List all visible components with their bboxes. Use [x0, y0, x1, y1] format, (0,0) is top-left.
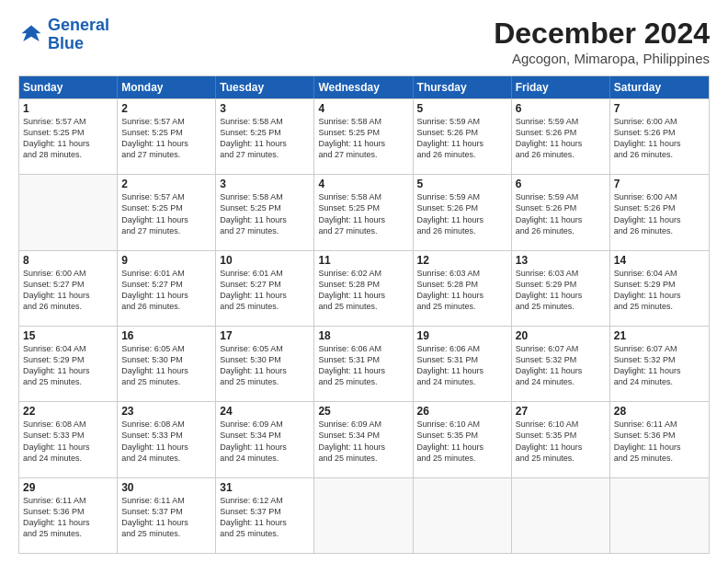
calendar-cell: 19Sunrise: 6:06 AM Sunset: 5:31 PM Dayli… [414, 327, 512, 401]
day-number: 20 [516, 329, 606, 342]
day-details: Sunrise: 6:07 AM Sunset: 5:32 PM Dayligh… [614, 343, 705, 388]
header-wednesday: Wednesday [314, 76, 413, 98]
title-block: December 2024 Agcogon, Mimaropa, Philipp… [494, 17, 710, 66]
day-number: 1 [23, 102, 113, 115]
day-number: 2 [121, 102, 211, 115]
calendar-cell: 4Sunrise: 5:58 AM Sunset: 5:25 PM Daylig… [314, 175, 413, 249]
header: General Blue December 2024 Agcogon, Mima… [18, 17, 710, 66]
day-number: 23 [121, 405, 211, 418]
page: General Blue December 2024 Agcogon, Mima… [0, 0, 728, 563]
header-friday: Friday [512, 76, 610, 98]
day-number: 14 [614, 254, 705, 267]
day-number: 27 [516, 405, 606, 418]
day-details: Sunrise: 5:57 AM Sunset: 5:25 PM Dayligh… [121, 116, 211, 161]
day-details: Sunrise: 6:11 AM Sunset: 5:36 PM Dayligh… [23, 495, 113, 540]
calendar-cell [414, 478, 512, 553]
calendar-cell: 15Sunrise: 6:04 AM Sunset: 5:29 PM Dayli… [19, 327, 118, 401]
calendar-cell: 29Sunrise: 6:11 AM Sunset: 5:36 PM Dayli… [19, 478, 118, 553]
day-details: Sunrise: 6:04 AM Sunset: 5:29 PM Dayligh… [23, 343, 113, 388]
day-details: Sunrise: 6:04 AM Sunset: 5:29 PM Dayligh… [614, 268, 705, 313]
day-number: 10 [220, 254, 310, 267]
day-number: 15 [23, 329, 113, 342]
day-number: 6 [516, 178, 606, 190]
calendar-header: Sunday Monday Tuesday Wednesday Thursday… [19, 76, 709, 98]
logo-text: General Blue [48, 17, 109, 53]
calendar-cell: 16Sunrise: 6:05 AM Sunset: 5:30 PM Dayli… [118, 327, 216, 401]
calendar-row: 29Sunrise: 6:11 AM Sunset: 5:36 PM Dayli… [19, 477, 709, 553]
day-details: Sunrise: 6:09 AM Sunset: 5:34 PM Dayligh… [318, 419, 408, 464]
svg-marker-0 [22, 25, 41, 41]
day-details: Sunrise: 5:59 AM Sunset: 5:26 PM Dayligh… [417, 116, 507, 161]
day-number: 24 [220, 405, 310, 418]
calendar-cell: 8Sunrise: 6:00 AM Sunset: 5:27 PM Daylig… [19, 251, 118, 326]
day-number: 9 [121, 254, 211, 267]
day-number: 21 [614, 329, 705, 342]
calendar-cell: 25Sunrise: 6:09 AM Sunset: 5:34 PM Dayli… [314, 402, 413, 477]
day-details: Sunrise: 6:01 AM Sunset: 5:27 PM Dayligh… [220, 268, 310, 313]
calendar-cell: 18Sunrise: 6:06 AM Sunset: 5:31 PM Dayli… [314, 327, 413, 401]
day-details: Sunrise: 5:57 AM Sunset: 5:25 PM Dayligh… [23, 116, 113, 161]
calendar-cell: 26Sunrise: 6:10 AM Sunset: 5:35 PM Dayli… [414, 402, 512, 477]
day-details: Sunrise: 5:58 AM Sunset: 5:25 PM Dayligh… [318, 191, 408, 236]
calendar-row: 1Sunrise: 5:57 AM Sunset: 5:25 PM Daylig… [19, 98, 709, 174]
calendar-cell [610, 478, 709, 553]
calendar-row: 22Sunrise: 6:08 AM Sunset: 5:33 PM Dayli… [19, 401, 709, 477]
day-details: Sunrise: 6:10 AM Sunset: 5:35 PM Dayligh… [417, 419, 507, 464]
day-number: 22 [23, 405, 113, 418]
logo-icon [18, 22, 44, 48]
calendar-cell: 2Sunrise: 5:57 AM Sunset: 5:25 PM Daylig… [118, 175, 216, 249]
day-details: Sunrise: 5:58 AM Sunset: 5:25 PM Dayligh… [220, 116, 310, 161]
calendar-row: 2Sunrise: 5:57 AM Sunset: 5:25 PM Daylig… [19, 174, 709, 249]
day-details: Sunrise: 6:02 AM Sunset: 5:28 PM Dayligh… [318, 268, 408, 313]
calendar-cell: 14Sunrise: 6:04 AM Sunset: 5:29 PM Dayli… [610, 251, 709, 326]
calendar-cell: 12Sunrise: 6:03 AM Sunset: 5:28 PM Dayli… [414, 251, 512, 326]
calendar-cell: 24Sunrise: 6:09 AM Sunset: 5:34 PM Dayli… [216, 402, 314, 477]
day-number: 19 [417, 329, 507, 342]
day-number: 2 [121, 178, 211, 190]
calendar-cell: 17Sunrise: 6:05 AM Sunset: 5:30 PM Dayli… [216, 327, 314, 401]
day-details: Sunrise: 6:08 AM Sunset: 5:33 PM Dayligh… [121, 419, 211, 464]
calendar-cell: 23Sunrise: 6:08 AM Sunset: 5:33 PM Dayli… [118, 402, 216, 477]
day-details: Sunrise: 5:57 AM Sunset: 5:25 PM Dayligh… [121, 191, 211, 236]
day-number: 4 [318, 102, 408, 115]
calendar-cell: 30Sunrise: 6:11 AM Sunset: 5:37 PM Dayli… [118, 478, 216, 553]
calendar-cell: 6Sunrise: 5:59 AM Sunset: 5:26 PM Daylig… [512, 99, 610, 174]
day-details: Sunrise: 6:09 AM Sunset: 5:34 PM Dayligh… [220, 419, 310, 464]
day-details: Sunrise: 6:05 AM Sunset: 5:30 PM Dayligh… [121, 343, 211, 388]
day-number: 3 [220, 102, 310, 115]
calendar-cell: 21Sunrise: 6:07 AM Sunset: 5:32 PM Dayli… [610, 327, 709, 401]
day-number: 6 [516, 102, 606, 115]
day-details: Sunrise: 6:06 AM Sunset: 5:31 PM Dayligh… [318, 343, 408, 388]
day-number: 31 [220, 481, 310, 494]
day-number: 16 [121, 329, 211, 342]
day-details: Sunrise: 5:59 AM Sunset: 5:26 PM Dayligh… [516, 116, 606, 161]
calendar-cell: 7Sunrise: 6:00 AM Sunset: 5:26 PM Daylig… [610, 99, 709, 174]
header-saturday: Saturday [610, 76, 709, 98]
calendar-cell: 10Sunrise: 6:01 AM Sunset: 5:27 PM Dayli… [216, 251, 314, 326]
header-tuesday: Tuesday [216, 76, 314, 98]
day-details: Sunrise: 6:01 AM Sunset: 5:27 PM Dayligh… [121, 268, 211, 313]
day-number: 7 [614, 178, 705, 190]
calendar-cell: 13Sunrise: 6:03 AM Sunset: 5:29 PM Dayli… [512, 251, 610, 326]
calendar-cell: 9Sunrise: 6:01 AM Sunset: 5:27 PM Daylig… [118, 251, 216, 326]
calendar-cell: 5Sunrise: 5:59 AM Sunset: 5:26 PM Daylig… [414, 99, 512, 174]
day-details: Sunrise: 5:58 AM Sunset: 5:25 PM Dayligh… [220, 191, 310, 236]
day-number: 26 [417, 405, 507, 418]
day-details: Sunrise: 6:00 AM Sunset: 5:26 PM Dayligh… [614, 191, 705, 236]
day-number: 12 [417, 254, 507, 267]
calendar-cell [512, 478, 610, 553]
calendar-cell: 4Sunrise: 5:58 AM Sunset: 5:25 PM Daylig… [314, 99, 413, 174]
calendar-row: 8Sunrise: 6:00 AM Sunset: 5:27 PM Daylig… [19, 250, 709, 326]
day-number: 30 [121, 481, 211, 494]
calendar-cell: 5Sunrise: 5:59 AM Sunset: 5:26 PM Daylig… [414, 175, 512, 249]
day-number: 18 [318, 329, 408, 342]
calendar-cell: 31Sunrise: 6:12 AM Sunset: 5:37 PM Dayli… [216, 478, 314, 553]
day-number: 29 [23, 481, 113, 494]
calendar-cell: 7Sunrise: 6:00 AM Sunset: 5:26 PM Daylig… [610, 175, 709, 249]
day-number: 11 [318, 254, 408, 267]
calendar-cell: 6Sunrise: 5:59 AM Sunset: 5:26 PM Daylig… [512, 175, 610, 249]
calendar-cell [314, 478, 413, 553]
calendar-cell: 28Sunrise: 6:11 AM Sunset: 5:36 PM Dayli… [610, 402, 709, 477]
day-number: 5 [417, 178, 507, 190]
header-sunday: Sunday [19, 76, 118, 98]
